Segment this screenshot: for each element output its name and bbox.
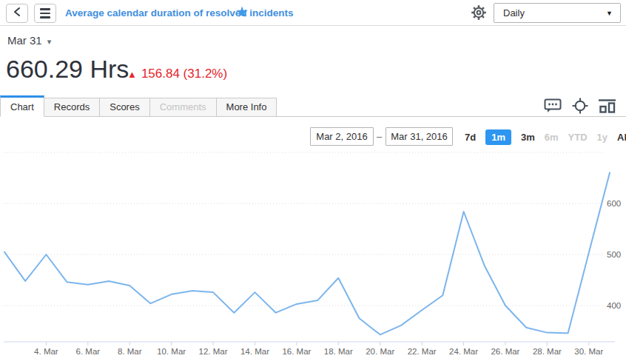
delta-up-icon: ▲ <box>127 69 137 80</box>
delta-text: 156.84 (31.2%) <box>141 67 227 81</box>
tab-more-info[interactable]: More Info <box>216 98 277 116</box>
svg-text:12. Mar: 12. Mar <box>199 347 228 356</box>
settings-gear-icon[interactable] <box>471 4 487 24</box>
crosshair-icon[interactable] <box>572 98 588 117</box>
svg-text:22. Mar: 22. Mar <box>408 347 437 356</box>
range-6m-button: 6m <box>545 132 559 143</box>
svg-text:600: 600 <box>607 199 621 208</box>
svg-text:26. Mar: 26. Mar <box>491 347 519 356</box>
metric-delta: ▲ 156.84 (31.2%) <box>127 67 227 81</box>
hamburger-icon <box>40 8 50 18</box>
range-all-button[interactable]: All <box>617 132 626 143</box>
chart-toolbar <box>544 98 616 117</box>
tab-comments: Comments <box>149 98 217 116</box>
metric-value: 660.29 Hrs <box>6 55 129 84</box>
svg-text:24. Mar: 24. Mar <box>449 347 478 356</box>
range-selector: 7d 1m 3m 6m YTD 1y All <box>465 129 626 145</box>
metric-title-link[interactable]: Average calendar duration of resolved in… <box>65 7 294 18</box>
back-button[interactable] <box>6 4 28 23</box>
range-ytd-button: YTD <box>568 132 588 143</box>
comments-bubble-icon[interactable] <box>544 98 562 117</box>
svg-text:6. Mar: 6. Mar <box>76 347 101 356</box>
date-range-separator: – <box>377 131 382 142</box>
incident-metric-dashboard: Average calendar duration of resolved in… <box>0 0 626 364</box>
date-from-input[interactable] <box>310 127 374 146</box>
metric-date-label: Mar 31 <box>7 34 42 47</box>
chart-compare-icon[interactable] <box>599 98 616 117</box>
top-bar: Average calendar duration of resolved in… <box>0 0 626 26</box>
svg-text:30. Mar: 30. Mar <box>574 347 603 356</box>
svg-text:4. Mar: 4. Mar <box>34 347 58 356</box>
svg-text:8. Mar: 8. Mar <box>118 347 142 356</box>
tab-records[interactable]: Records <box>44 98 100 116</box>
frequency-select[interactable]: Daily ▼ <box>494 3 621 23</box>
chevron-left-icon <box>13 7 21 20</box>
date-to-input[interactable] <box>386 127 453 146</box>
svg-text:16. Mar: 16. Mar <box>282 347 311 356</box>
favorite-star-icon[interactable]: ★ <box>235 3 249 21</box>
frequency-select-value: Daily <box>503 7 525 18</box>
svg-text:20. Mar: 20. Mar <box>366 347 394 356</box>
range-1m-button[interactable]: 1m <box>485 129 511 145</box>
range-3m-button[interactable]: 3m <box>521 132 535 143</box>
trend-chart[interactable]: 4005006004. Mar6. Mar8. Mar10. Mar12. Ma… <box>0 148 626 364</box>
caret-down-icon: ▾ <box>47 37 52 46</box>
tab-bar: Chart Records Scores Comments More Info <box>0 95 626 117</box>
svg-text:14. Mar: 14. Mar <box>240 347 269 356</box>
range-1y-button: 1y <box>597 132 608 143</box>
svg-text:18. Mar: 18. Mar <box>324 347 353 356</box>
caret-down-icon: ▼ <box>606 10 613 17</box>
tab-scores[interactable]: Scores <box>99 98 149 116</box>
metric-date-picker[interactable]: Mar 31 ▾ <box>7 34 51 47</box>
svg-text:400: 400 <box>607 301 621 310</box>
menu-button[interactable] <box>34 4 56 23</box>
range-7d-button[interactable]: 7d <box>465 132 476 143</box>
svg-text:500: 500 <box>607 250 621 259</box>
svg-text:10. Mar: 10. Mar <box>157 347 186 356</box>
svg-text:28. Mar: 28. Mar <box>533 347 562 356</box>
tab-chart[interactable]: Chart <box>0 95 44 117</box>
